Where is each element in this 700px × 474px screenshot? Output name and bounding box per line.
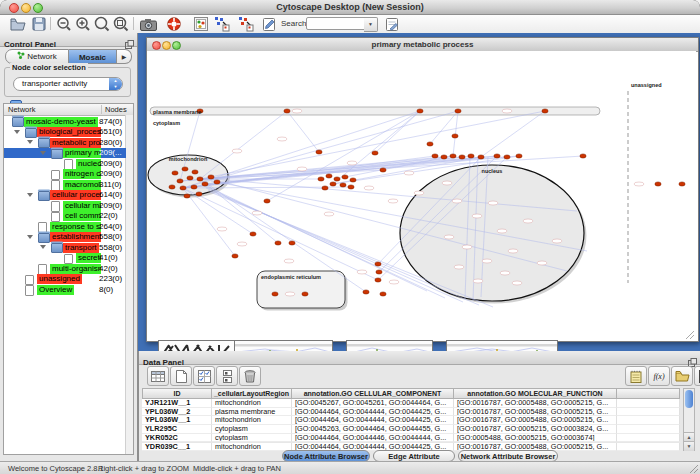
node-label-stub[interactable]: [512, 281, 522, 285]
table-cell[interactable]: [617, 399, 680, 408]
node-label-stub[interactable]: [292, 109, 302, 113]
node-label-stub[interactable]: [444, 235, 454, 239]
tab-mosaic[interactable]: Mosaic: [69, 49, 117, 64]
network-node[interactable]: [427, 142, 433, 146]
table-cell[interactable]: plasma membrane: [212, 408, 292, 417]
help-icon[interactable]: [165, 16, 183, 32]
table-cell[interactable]: [GO:0044464, GO:0044446, GO:0044444, G..…: [292, 434, 454, 443]
node-label-stub[interactable]: [284, 259, 294, 263]
tree-row[interactable]: Overview8(0): [4, 284, 126, 295]
table-cell[interactable]: [GO:0016787, GO:0005488, GO:0005215, G..…: [454, 416, 617, 425]
network-node[interactable]: [330, 182, 336, 186]
network-node[interactable]: [169, 185, 175, 189]
node-label-stub[interactable]: [454, 265, 464, 269]
expand-triangle-icon[interactable]: [14, 130, 20, 134]
network-node[interactable]: [452, 134, 458, 138]
network-node[interactable]: [180, 186, 186, 190]
destroy-view-icon[interactable]: [237, 16, 255, 32]
network-node[interactable]: [580, 154, 586, 158]
new-attribute-icon[interactable]: [170, 366, 192, 386]
table-column-header[interactable]: ID: [142, 388, 212, 399]
import-attributes-icon[interactable]: [671, 366, 693, 386]
network-node[interactable]: [326, 174, 332, 178]
zoom-selected-icon[interactable]: [93, 16, 111, 32]
table-cell[interactable]: [617, 408, 680, 417]
tab-network[interactable]: Network: [5, 49, 69, 64]
table-row[interactable]: YLR295Ccytoplasm[GO:0045263, GO:0044464,…: [142, 425, 680, 434]
network-node[interactable]: [679, 182, 685, 186]
expand-triangle-icon[interactable]: [40, 245, 46, 249]
zoom-fit-icon[interactable]: [112, 16, 130, 32]
table-cell[interactable]: YPL036W__1: [142, 416, 212, 425]
table-cell[interactable]: YDR039C__1: [142, 443, 212, 452]
node-label-stub[interactable]: [497, 229, 507, 233]
table-column-header[interactable]: _cellularLayoutRegion: [212, 388, 292, 399]
table-row[interactable]: YJR121W__1mitochondrion[GO:0045267, GO:0…: [142, 399, 680, 408]
snapshot-icon[interactable]: [139, 16, 157, 32]
float-panel-icon[interactable]: [125, 35, 134, 44]
network-node[interactable]: [322, 186, 328, 190]
float-panel-icon[interactable]: [688, 353, 697, 362]
table-cell[interactable]: [617, 443, 680, 452]
inner-close-button[interactable]: [152, 41, 161, 50]
tree-row[interactable]: cellular metabo209(0): [4, 200, 126, 211]
node-label-stub[interactable]: [217, 227, 227, 231]
network-node[interactable]: [250, 232, 256, 236]
node-label-stub[interactable]: [502, 109, 512, 113]
minimize-button[interactable]: [21, 3, 31, 13]
network-node[interactable]: [459, 155, 465, 159]
table-cell[interactable]: YPL036W__2: [142, 408, 212, 417]
network-node[interactable]: [655, 182, 661, 186]
network-node[interactable]: [208, 175, 214, 179]
node-label-stub[interactable]: [414, 191, 424, 195]
open-icon[interactable]: [9, 16, 27, 32]
table-cell[interactable]: YKR052C: [142, 434, 212, 443]
table-cell[interactable]: [GO:0045263, GO:0044464, GO:0044455, G..…: [292, 425, 454, 434]
expand-triangle-icon[interactable]: [27, 235, 33, 239]
table-cell[interactable]: [617, 434, 680, 443]
network-node[interactable]: [232, 254, 238, 258]
node-label-stub[interactable]: [252, 211, 262, 215]
network-window-titlebar[interactable]: primary metabolic process: [147, 38, 698, 52]
node-label-stub[interactable]: [285, 292, 295, 296]
network-node[interactable]: [468, 154, 474, 158]
network-node[interactable]: [450, 154, 456, 158]
network-node[interactable]: [417, 109, 423, 113]
node-label-stub[interactable]: [237, 242, 247, 246]
network-node[interactable]: [172, 171, 178, 175]
edit-icon[interactable]: [260, 16, 278, 32]
network-node[interactable]: [478, 155, 484, 159]
network-node[interactable]: [289, 241, 295, 245]
network-node[interactable]: [380, 292, 386, 296]
tree-row[interactable]: primary metabo209(...: [4, 148, 126, 159]
network-node[interactable]: [302, 292, 308, 296]
graphics-details-icon[interactable]: [192, 16, 210, 32]
search-dropdown-arrow-icon[interactable]: ▼: [364, 17, 378, 32]
node-label-stub[interactable]: [324, 212, 334, 216]
node-label-stub[interactable]: [389, 280, 399, 284]
network-node[interactable]: [455, 109, 461, 113]
network-node[interactable]: [334, 177, 340, 181]
network-node[interactable]: [197, 177, 203, 181]
table-cell[interactable]: YLR295C: [142, 425, 212, 434]
table-column-header[interactable]: [617, 388, 680, 399]
network-node[interactable]: [316, 150, 322, 154]
node-label-stub[interactable]: [537, 261, 547, 265]
network-node[interactable]: [375, 278, 381, 282]
node-label-stub[interactable]: [508, 249, 518, 253]
network-node[interactable]: [187, 176, 193, 180]
tree-scrollbar[interactable]: [125, 115, 133, 454]
tree-row[interactable]: establishment of lo558(0): [4, 232, 126, 243]
unselect-attributes-icon[interactable]: [216, 366, 238, 386]
close-button[interactable]: [9, 3, 19, 13]
resize-grip[interactable]: [689, 464, 699, 474]
tree-row[interactable]: mosaic-demo-yeast874(0): [4, 116, 126, 127]
plasma-membrane-region[interactable]: [150, 107, 600, 115]
tree-row[interactable]: cellular process614(0): [4, 190, 126, 201]
network-node[interactable]: [350, 178, 356, 182]
network-node[interactable]: [372, 151, 378, 155]
expand-triangle-icon[interactable]: [27, 140, 33, 144]
zoom-button[interactable]: [33, 3, 43, 13]
network-node[interactable]: [542, 109, 548, 113]
node-label-stub[interactable]: [500, 271, 510, 275]
